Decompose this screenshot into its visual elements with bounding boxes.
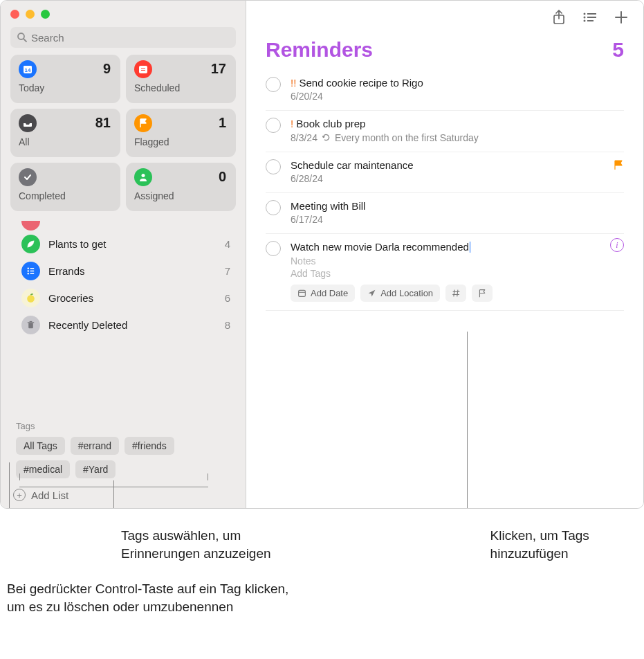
reminders-list: !! Send cookie recipe to Rigo 6/20/24 ! … (246, 70, 643, 311)
svg-text:14: 14 (25, 67, 31, 73)
smart-list-assigned[interactable]: 0 Assigned (126, 163, 236, 211)
tag-friends[interactable]: #friends (125, 437, 174, 455)
reminder-body: Schedule car maintenance 6/28/24 (291, 159, 624, 184)
reminder-row-editing[interactable]: Watch new movie Darla recommended Notes … (266, 234, 624, 311)
add-reminder-button[interactable] (614, 10, 628, 24)
smart-label: Flagged (134, 136, 228, 147)
repeat-icon (322, 133, 331, 142)
complete-checkbox[interactable] (266, 159, 281, 174)
complete-checkbox[interactable] (266, 77, 281, 92)
list-header-count: 5 (612, 38, 624, 62)
svg-rect-10 (30, 268, 35, 269)
notes-field[interactable]: Notes (291, 255, 624, 267)
svg-point-22 (584, 17, 586, 19)
reminder-chips: Add Date Add Location (291, 285, 624, 302)
svg-rect-28 (299, 291, 306, 297)
tag-all-tags[interactable]: All Tags (16, 437, 65, 455)
smart-count: 17 (211, 61, 226, 77)
reminder-row[interactable]: ! Book club prep 8/3/24 Every month on t… (266, 111, 624, 152)
smart-label: Completed (19, 190, 112, 201)
add-tags-field[interactable]: Add Tags (291, 268, 624, 279)
smart-label: All (19, 136, 112, 147)
complete-checkbox[interactable] (266, 241, 281, 256)
list-name: Plants to get (48, 238, 106, 250)
minimize-window-button[interactable] (26, 10, 35, 19)
text-cursor (470, 242, 471, 253)
list-count: 6 (225, 292, 230, 304)
share-button[interactable] (552, 10, 566, 25)
tag-medical[interactable]: #medical (16, 460, 70, 478)
svg-point-24 (584, 20, 586, 22)
add-location-chip[interactable]: Add Location (360, 285, 440, 302)
reminder-title: ! Book club prep (291, 117, 624, 131)
list-bullets-icon (21, 262, 40, 280)
close-window-button[interactable] (10, 10, 19, 19)
trash-icon (21, 316, 40, 334)
reminder-date: 8/3/24 (291, 132, 318, 143)
priority-indicator: !! (291, 77, 296, 89)
smart-list-scheduled[interactable]: 17 Scheduled (126, 55, 236, 103)
add-list-button[interactable]: + Add List (1, 485, 246, 508)
smart-list-completed[interactable]: Completed (10, 163, 120, 211)
svg-rect-5 (139, 66, 147, 73)
callout-select-tags: Tags auswählen, um Erinnerungen anzuzeig… (121, 527, 300, 562)
tag-errand[interactable]: #errand (71, 437, 119, 455)
svg-rect-17 (28, 322, 34, 323)
svg-point-11 (28, 270, 29, 271)
smart-lists-grid: 14 9 Today 17 Scheduled 81 All (1, 55, 246, 217)
smart-list-today[interactable]: 14 9 Today (10, 55, 120, 103)
complete-checkbox[interactable] (266, 118, 281, 133)
reminders-app-window: 14 9 Today 17 Scheduled 81 All (0, 0, 644, 509)
list-title: Reminders (266, 38, 373, 62)
list-row-partial[interactable] (1, 218, 246, 231)
smart-count: 9 (103, 61, 111, 77)
add-list-label: Add List (31, 489, 68, 501)
callout-click-add-tags: Klicken, um Tags hinzuzufügen (490, 527, 637, 562)
maximize-window-button[interactable] (41, 10, 50, 19)
svg-rect-16 (28, 323, 33, 329)
add-flag-chip[interactable] (472, 285, 493, 302)
search-input[interactable] (10, 27, 236, 48)
list-groceries[interactable]: Groceries 6 (1, 285, 246, 312)
list-icon (21, 221, 40, 231)
list-recently-deleted[interactable]: Recently Deleted 8 (1, 312, 246, 338)
reminder-title-editing[interactable]: Watch new movie Darla recommended (291, 240, 624, 254)
tags-row: All Tags #errand #friends #medical #Yard (16, 437, 230, 478)
list-count: 7 (225, 265, 230, 277)
svg-rect-23 (587, 17, 596, 18)
view-options-button[interactable] (582, 12, 598, 23)
flag-icon (134, 114, 152, 132)
reminder-meta: 8/3/24 Every month on the first Saturday (291, 132, 624, 143)
svg-rect-12 (30, 271, 35, 272)
annotation-line (467, 332, 468, 509)
smart-label: Assigned (134, 190, 228, 201)
reminder-body: Meeting with Bill 6/17/24 (291, 199, 624, 225)
main-content: Reminders 5 !! Send cookie recipe to Rig… (246, 1, 643, 508)
smart-list-flagged[interactable]: 1 Flagged (126, 109, 236, 157)
reminder-title: Meeting with Bill (291, 199, 624, 213)
add-tag-chip[interactable] (445, 285, 466, 302)
location-arrow-icon (367, 289, 376, 298)
add-date-chip[interactable]: Add Date (291, 285, 355, 302)
list-count: 4 (225, 238, 230, 250)
svg-rect-25 (587, 20, 594, 21)
reminder-date: 6/28/24 (291, 173, 624, 184)
svg-point-9 (28, 268, 29, 269)
tray-icon (19, 114, 37, 132)
annotation-bracket (19, 473, 20, 480)
reminder-row[interactable]: Meeting with Bill 6/17/24 (266, 193, 624, 234)
list-plants-to-get[interactable]: Plants to get 4 (1, 231, 246, 258)
list-errands[interactable]: Errands 7 (1, 258, 246, 285)
search-container (1, 27, 246, 55)
annotation-line (113, 480, 114, 509)
reminder-row[interactable]: !! Send cookie recipe to Rigo 6/20/24 (266, 70, 624, 111)
hash-icon (452, 289, 461, 298)
tags-section: Tags All Tags #errand #friends #medical … (1, 415, 246, 485)
reminder-row[interactable]: Schedule car maintenance 6/28/24 (266, 152, 624, 193)
info-button[interactable]: i (610, 238, 624, 252)
complete-checkbox[interactable] (266, 200, 281, 215)
reminder-body: Watch new movie Darla recommended Notes … (291, 240, 624, 302)
smart-list-all[interactable]: 81 All (10, 109, 120, 157)
svg-point-8 (142, 174, 145, 177)
tag-yard[interactable]: #Yard (75, 460, 116, 478)
